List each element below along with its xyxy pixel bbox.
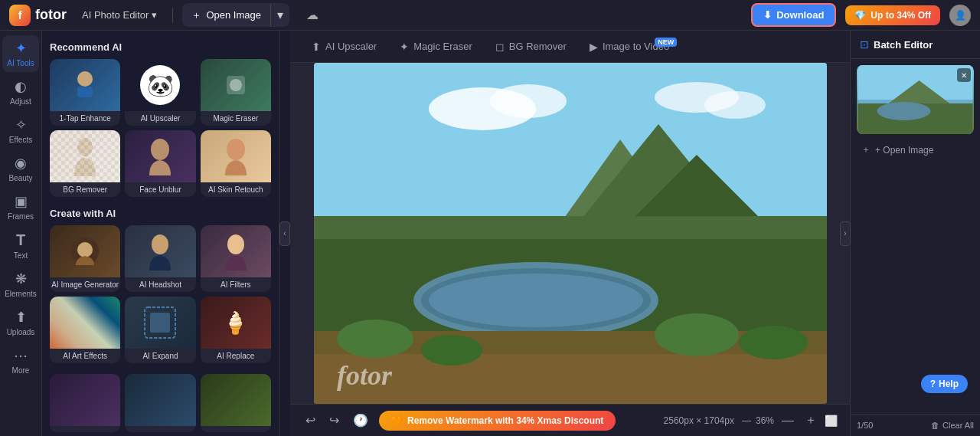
ai-editor-selector[interactable]: AI Photo Editor ▾ bbox=[76, 6, 163, 24]
tool-thumb-1tap bbox=[50, 59, 120, 111]
tool-card-filters[interactable]: AI Filters bbox=[201, 225, 271, 292]
tool-label-expand: AI Expand bbox=[125, 349, 195, 363]
sidebar-item-label: Elements bbox=[5, 290, 37, 298]
trash-icon: 🗑 bbox=[931, 421, 939, 430]
open-image-arrow[interactable]: ▾ bbox=[271, 3, 289, 27]
batch-image-thumb: ✕ bbox=[857, 65, 974, 134]
sidebar-item-label: Adjust bbox=[10, 97, 31, 106]
sidebar-item-beauty[interactable]: ◉ Beauty bbox=[2, 150, 39, 187]
canvas-toolbar: ⬆ AI Upscaler ✦ Magic Eraser ◻ BG Remove… bbox=[290, 31, 850, 63]
svg-rect-1 bbox=[77, 87, 93, 97]
tool-thumb-skinretouch bbox=[201, 130, 271, 182]
zoom-in-button[interactable]: ＋ bbox=[802, 411, 820, 430]
tab-image-to-video[interactable]: ▶ Image to Video NEW bbox=[580, 36, 678, 57]
download-label: Download bbox=[776, 9, 824, 21]
right-panel-expand-button[interactable]: › bbox=[840, 221, 851, 246]
tool-thumb-scroll2 bbox=[125, 374, 195, 426]
batch-editor-title: Batch Editor bbox=[874, 39, 933, 51]
undo-button[interactable]: ↩ bbox=[302, 410, 318, 431]
tool-card-headshot[interactable]: AI Headshot bbox=[125, 225, 195, 292]
tool-card-arteffects[interactable]: AI Art Effects bbox=[50, 297, 120, 363]
open-image-button[interactable]: ＋ Open Image ▾ bbox=[182, 3, 289, 27]
scroll-tools-grid bbox=[50, 374, 271, 432]
tool-card-replace[interactable]: 🍦 AI Replace bbox=[201, 297, 271, 363]
sidebar-item-label: Effects bbox=[9, 136, 32, 144]
canvas-dimensions: 2560px × 1704px bbox=[664, 415, 734, 426]
svg-point-26 bbox=[429, 274, 643, 327]
canvas-image: fotor bbox=[314, 63, 827, 404]
tool-thumb-faceunblur bbox=[125, 130, 195, 182]
tool-card-scroll3[interactable] bbox=[201, 374, 271, 432]
recommend-ai-title: Recommend AI bbox=[50, 41, 271, 53]
tool-label-bgremover: BG Remover bbox=[50, 182, 120, 197]
batch-add-image-button[interactable]: ＋ + Open Image bbox=[857, 139, 974, 161]
zoom-controls: — 36% — ＋ ⬜ bbox=[742, 411, 838, 430]
page-count: 1/50 bbox=[857, 421, 873, 430]
upscaler-tab-label: AI Upscaler bbox=[325, 41, 377, 52]
svg-point-32 bbox=[739, 326, 808, 359]
download-button[interactable]: ⬇ Download bbox=[751, 3, 836, 27]
tool-thumb-scroll1 bbox=[50, 374, 120, 426]
sidebar-item-elements[interactable]: ❋ Elements bbox=[2, 266, 39, 303]
history-button[interactable]: 🕐 bbox=[350, 410, 371, 431]
tab-ai-upscaler[interactable]: ⬆ AI Upscaler bbox=[302, 36, 386, 57]
tool-thumb-eraser bbox=[201, 59, 271, 111]
app-logo[interactable]: f fotor bbox=[9, 5, 67, 26]
help-button[interactable]: ? Help bbox=[921, 375, 968, 393]
svg-point-6 bbox=[227, 139, 245, 160]
batch-delete-button[interactable]: ✕ bbox=[957, 68, 971, 82]
sidebar-item-adjust[interactable]: ◐ Adjust bbox=[2, 74, 39, 110]
svg-point-16 bbox=[490, 84, 567, 118]
tool-card-eraser[interactable]: Magic Eraser bbox=[201, 59, 271, 126]
collapse-panel-button[interactable]: ‹ bbox=[279, 221, 290, 246]
canvas-area: ⬆ AI Upscaler ✦ Magic Eraser ◻ BG Remove… bbox=[290, 31, 850, 436]
open-image-main[interactable]: ＋ Open Image bbox=[182, 4, 271, 27]
tool-card-scroll1[interactable] bbox=[50, 374, 120, 432]
tool-card-1tap[interactable]: 1-Tap Enhance bbox=[50, 59, 120, 126]
ai-tools-icon: ✦ bbox=[15, 40, 27, 57]
remove-watermark-button[interactable]: 🧡 Remove Watermark with 34% Xmas Discoun… bbox=[379, 411, 616, 431]
tool-card-skinretouch[interactable]: AI Skin Retouch bbox=[201, 130, 271, 197]
zoom-out-button[interactable]: — bbox=[779, 412, 797, 429]
bgremover-tab-label: BG Remover bbox=[509, 41, 567, 52]
logo-text: fotor bbox=[35, 7, 67, 23]
tool-card-bgremover[interactable]: BG Remover bbox=[50, 130, 120, 197]
tool-card-expand[interactable]: AI Expand bbox=[125, 297, 195, 363]
tool-thumb-expand bbox=[125, 297, 195, 349]
tab-magic-eraser[interactable]: ✦ Magic Eraser bbox=[390, 36, 482, 57]
svg-text:fotor: fotor bbox=[337, 360, 393, 391]
sidebar-item-more[interactable]: ⋯ More bbox=[2, 343, 39, 379]
sidebar-item-uploads[interactable]: ⬆ Uploads bbox=[2, 304, 39, 341]
tool-thumb-arteffects bbox=[50, 297, 120, 349]
tool-card-scroll2[interactable] bbox=[125, 374, 195, 432]
svg-point-8 bbox=[77, 242, 93, 257]
promo-label: Up to 34% Off bbox=[871, 10, 931, 21]
svg-point-29 bbox=[337, 320, 413, 358]
remove-watermark-label: Remove Watermark with 34% Xmas Discount bbox=[407, 415, 603, 426]
sidebar-item-label: Frames bbox=[8, 212, 34, 221]
tool-card-faceunblur[interactable]: Face Unblur bbox=[125, 130, 195, 197]
sidebar-item-label: More bbox=[12, 366, 30, 375]
tool-thumb-headshot bbox=[125, 225, 195, 277]
clear-all-button[interactable]: 🗑 Clear All bbox=[931, 421, 974, 430]
sidebar-item-ai-tools[interactable]: ✦ AI Tools bbox=[2, 35, 39, 72]
tab-bg-remover[interactable]: ◻ BG Remover bbox=[486, 36, 576, 57]
tool-card-upscaler[interactable]: 🐼 AI Upscaler bbox=[125, 59, 195, 126]
user-avatar[interactable]: 👤 bbox=[949, 5, 971, 26]
split-view-button[interactable]: ⬜ bbox=[825, 415, 838, 427]
promo-button[interactable]: 💎 Up to 34% Off bbox=[845, 5, 940, 25]
cloud-icon[interactable]: ☁ bbox=[302, 3, 323, 27]
eraser-tab-icon: ✦ bbox=[400, 41, 409, 53]
sidebar-item-frames[interactable]: ▣ Frames bbox=[2, 188, 39, 225]
more-icon: ⋯ bbox=[14, 347, 28, 364]
topbar: f fotor AI Photo Editor ▾ ＋ Open Image ▾… bbox=[0, 0, 980, 31]
redo-button[interactable]: ↪ bbox=[326, 410, 342, 431]
batch-add-label: + Open Image bbox=[875, 145, 933, 156]
tool-label-imagegen: AI Image Generator bbox=[50, 277, 120, 292]
eraser-tab-label: Magic Eraser bbox=[413, 41, 472, 52]
tool-card-imagegen[interactable]: AI Image Generator bbox=[50, 225, 120, 292]
sidebar-item-effects[interactable]: ✧ Effects bbox=[2, 112, 39, 149]
sidebar-item-text[interactable]: T Text bbox=[2, 227, 39, 264]
batch-editor-icon: ⊡ bbox=[860, 38, 869, 51]
sidebar-item-label: Uploads bbox=[7, 328, 35, 336]
